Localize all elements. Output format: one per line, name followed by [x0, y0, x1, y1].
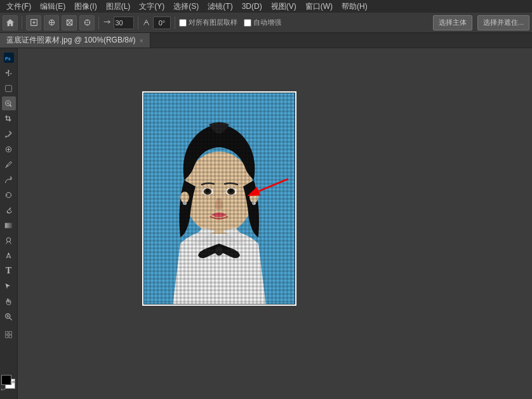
person-figure [142, 91, 296, 306]
ps-logo-btn[interactable]: Ps [2, 51, 16, 65]
options-toolbar: 对所有图层取样 自动增强 选择主体 选择并遮住... [0, 13, 532, 33]
clone-stamp-btn[interactable] [2, 173, 16, 186]
svg-point-20 [206, 189, 209, 193]
auto-enhance-group: 自动增强 [244, 18, 281, 27]
svg-rect-8 [5, 223, 12, 228]
eyedropper-tool-btn[interactable] [2, 127, 16, 141]
history-brush-btn[interactable] [2, 188, 16, 202]
brush-tool-btn[interactable] [2, 157, 16, 171]
sep3 [138, 16, 138, 29]
color-swatch-area: ↩ ⇄ [0, 374, 18, 396]
tool-option-1[interactable] [26, 15, 41, 30]
menu-window[interactable]: 窗口(W) [302, 0, 336, 13]
sample-all-layers-label: 对所有图层取样 [189, 18, 237, 27]
menu-bar: 文件(F) 编辑(E) 图像(I) 图层(L) 文字(Y) 选择(S) 滤镜(T… [0, 0, 532, 13]
menu-view[interactable]: 视图(V) [267, 0, 300, 13]
menu-type[interactable]: 文字(Y) [135, 0, 168, 13]
reset-colors-btn[interactable]: ↩ [1, 386, 6, 393]
eraser-tool-btn[interactable] [2, 203, 16, 217]
select-subject-btn[interactable]: 选择主体 [433, 15, 472, 30]
size-input[interactable] [114, 16, 134, 29]
svg-point-23 [229, 189, 233, 193]
svg-rect-11 [6, 331, 8, 334]
svg-text:Ps: Ps [5, 56, 11, 61]
svg-point-27 [252, 201, 256, 205]
tool-option-4[interactable] [79, 15, 95, 30]
gradient-tool-btn[interactable] [2, 218, 16, 232]
move-tool-btn[interactable] [2, 66, 16, 80]
menu-filter[interactable]: 滤镜(T) [204, 0, 236, 13]
tool-option-3[interactable] [62, 15, 77, 30]
extra1-btn[interactable] [2, 327, 16, 341]
menu-layer[interactable]: 图层(L) [102, 0, 135, 13]
sep4 [175, 16, 175, 29]
svg-point-28 [215, 247, 223, 256]
tab-close-btn[interactable]: × [140, 37, 143, 44]
main-layout: Ps [0, 48, 532, 399]
home-btn[interactable] [3, 15, 18, 30]
tool-option-2[interactable] [44, 15, 59, 30]
menu-image[interactable]: 图像(I) [70, 0, 100, 13]
sample-all-layers-group: 对所有图层取样 [179, 18, 237, 27]
menu-select[interactable]: 选择(S) [170, 0, 203, 13]
svg-rect-12 [9, 331, 11, 334]
angle-icon [142, 18, 150, 27]
auto-enhance-checkbox[interactable] [244, 19, 251, 27]
crop-tool-btn[interactable] [2, 112, 16, 126]
document-tab[interactable]: 蓝底证件照素材.jpg @ 100%(RGB/8#) × [0, 33, 150, 48]
swap-colors-btn[interactable]: ⇄ [10, 379, 15, 385]
canvas-area[interactable] [18, 48, 532, 399]
size-label [103, 18, 111, 27]
svg-point-26 [183, 201, 187, 205]
svg-rect-13 [6, 335, 8, 337]
svg-point-6 [7, 102, 9, 104]
sep1 [22, 16, 22, 29]
photo-container [142, 91, 296, 306]
pen-tool-btn[interactable] [2, 249, 16, 263]
tab-title: 蓝底证件照素材.jpg @ 100%(RGB/8#) [6, 35, 136, 46]
angle-input[interactable] [153, 16, 171, 29]
quick-select-tool-btn[interactable] [2, 96, 16, 110]
photo-background [142, 91, 296, 306]
svg-point-9 [6, 237, 11, 242]
svg-rect-4 [6, 85, 12, 91]
type-tool-btn[interactable]: T [2, 264, 16, 278]
select-and-mask-btn[interactable]: 选择并遮住... [477, 15, 529, 30]
auto-enhance-label: 自动增强 [253, 18, 281, 27]
sep2 [98, 16, 99, 29]
menu-3d[interactable]: 3D(D) [238, 0, 266, 13]
zoom-tool-btn[interactable] [2, 310, 16, 324]
path-select-btn[interactable] [2, 279, 16, 293]
sample-all-layers-checkbox[interactable] [179, 19, 187, 27]
menu-file[interactable]: 文件(F) [3, 0, 35, 13]
hand-tool-btn[interactable] [2, 294, 16, 308]
menu-edit[interactable]: 编辑(E) [36, 0, 69, 13]
dodge-tool-btn[interactable] [2, 233, 16, 247]
marquee-tool-btn[interactable] [2, 81, 16, 95]
tab-bar: 蓝底证件照素材.jpg @ 100%(RGB/8#) × [0, 33, 532, 48]
svg-rect-14 [9, 335, 11, 337]
left-toolbar: Ps [0, 48, 18, 399]
heal-brush-btn[interactable] [2, 142, 16, 156]
menu-help[interactable]: 帮助(H) [338, 0, 371, 13]
